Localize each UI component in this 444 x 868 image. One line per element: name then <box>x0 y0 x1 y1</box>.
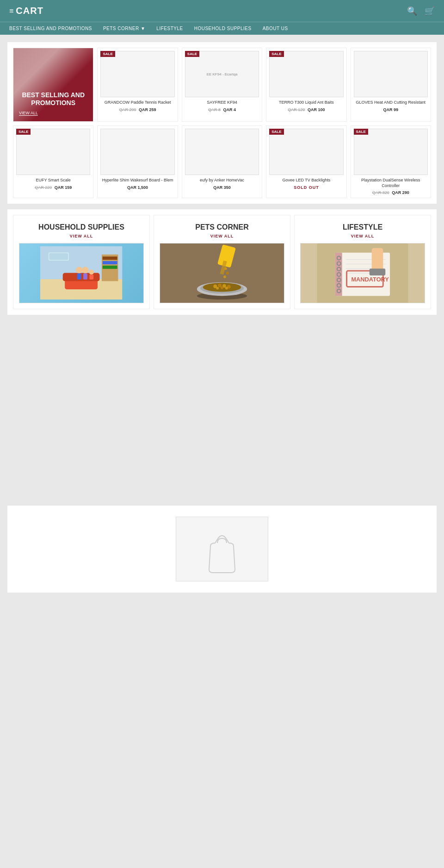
svg-point-32 <box>226 272 229 275</box>
product-prices: QAR 320 QAR 290 <box>354 190 428 195</box>
category-pets: PETS CORNER VIEW ALL <box>154 215 290 309</box>
product-prices: QAR 8 QAR 4 <box>185 107 259 112</box>
original-price: QAR 8 <box>208 107 221 112</box>
svg-point-11 <box>76 267 82 273</box>
nav-about[interactable]: ABOUT US <box>263 26 288 31</box>
bottom-product-section <box>7 506 437 593</box>
product-govee[interactable]: SALE Govee LED TV Backlights SOLD OUT <box>266 125 346 198</box>
sale-badge: SALE <box>269 51 284 57</box>
svg-rect-12 <box>77 273 81 279</box>
bag-svg <box>204 530 240 576</box>
sale-price: QAR 4 <box>223 107 236 112</box>
category-grid: HOUSEHOLD SUPPLIES VIEW ALL <box>13 215 431 309</box>
svg-point-15 <box>89 269 94 275</box>
original-price: QAR 220 <box>35 185 52 190</box>
sale-badge: SALE <box>16 129 31 135</box>
svg-point-33 <box>223 275 226 278</box>
product-prices: QAR 1,500 <box>100 185 174 190</box>
svg-rect-50 <box>372 248 383 270</box>
product-prices: QAR 220 QAR 159 <box>16 185 90 190</box>
sale-price: QAR 100 <box>308 107 325 112</box>
products-grid-row2: SALE EUFY Smart Scale QAR 220 QAR 159 Hy… <box>13 125 431 198</box>
product-name: SAYFREE KF94 <box>185 100 259 106</box>
product-terro[interactable]: SALE TERRO T300 Liquid Ant Baits QAR 120… <box>266 48 346 122</box>
svg-rect-9 <box>103 261 117 264</box>
lifestyle-view-all[interactable]: VIEW ALL <box>300 234 425 238</box>
hero-banner[interactable]: BEST SELLING AND PROMOTIONS VIEW ALL <box>13 48 93 122</box>
product-name: Playstation DualSense Wireless Controlle… <box>354 178 428 188</box>
logo[interactable]: ≡ CART <box>9 6 43 16</box>
household-image[interactable] <box>19 243 144 303</box>
lifestyle-svg: MANDATORY <box>301 244 425 303</box>
product-image <box>185 129 259 175</box>
bottom-product-image <box>176 517 268 581</box>
header-actions: 🔍 🛒 <box>407 6 435 16</box>
category-section: HOUSEHOLD SUPPLIES VIEW ALL <box>7 209 437 314</box>
cart-icon[interactable]: 🛒 <box>425 6 435 16</box>
product-eufy-scale[interactable]: SALE EUFY Smart Scale QAR 220 QAR 159 <box>13 125 93 198</box>
svg-point-26 <box>216 287 219 289</box>
product-image <box>16 129 90 175</box>
product-dualsense[interactable]: SALE Playstation DualSense Wireless Cont… <box>351 125 431 198</box>
product-image <box>269 51 343 97</box>
product-image <box>354 129 428 175</box>
original-price: QAR 320 <box>372 190 389 195</box>
product-sayfree[interactable]: SALE EE KF94 - Ecartqa SAYFREE KF94 QAR … <box>182 48 262 122</box>
category-title: LIFESTYLE <box>300 223 425 231</box>
search-icon[interactable]: 🔍 <box>407 6 417 16</box>
nav-best-selling[interactable]: BEST SELLING AND PROMOTIONS <box>9 26 92 31</box>
product-prices: QAR 99 <box>354 107 428 112</box>
product-name: GRANDCOW Paddle Tennis Racket <box>100 100 174 106</box>
logo-text: CART <box>16 6 43 16</box>
sale-badge: SALE <box>269 129 284 135</box>
product-gloves[interactable]: GLOVES Heat AND Cutting Resistant QAR 99 <box>351 48 431 122</box>
products-grid-row1: BEST SELLING AND PROMOTIONS VIEW ALL SAL… <box>13 48 431 122</box>
product-name: EUFY Smart Scale <box>16 178 90 183</box>
product-badge-text: EE KF94 - Ecartqa <box>207 72 238 76</box>
svg-rect-8 <box>103 256 117 260</box>
menu-icon: ≡ <box>9 7 14 15</box>
svg-text:MANDATORY: MANDATORY <box>351 275 389 282</box>
product-homevac[interactable]: eufy by Anker HomeVac QAR 350 <box>182 125 262 198</box>
product-hyperlite[interactable]: Hyperlite Shim Wakesurf Board - Blem QAR… <box>97 125 178 198</box>
category-title: HOUSEHOLD SUPPLIES <box>19 223 144 231</box>
product-name: GLOVES Heat AND Cutting Resistant <box>354 100 428 106</box>
svg-point-28 <box>225 287 228 289</box>
empty-area <box>7 320 437 506</box>
nav-lifestyle[interactable]: LIFESTYLE <box>156 26 183 31</box>
nav-pets-corner[interactable]: PETS CORNER ▼ <box>103 26 145 31</box>
pets-view-all[interactable]: VIEW ALL <box>160 234 284 238</box>
svg-rect-16 <box>90 275 94 280</box>
main-content: BEST SELLING AND PROMOTIONS VIEW ALL SAL… <box>0 35 444 606</box>
household-view-all[interactable]: VIEW ALL <box>19 234 144 238</box>
category-lifestyle: LIFESTYLE VIEW ALL <box>294 215 431 309</box>
svg-point-27 <box>221 286 223 289</box>
price: QAR 99 <box>383 107 399 112</box>
svg-rect-51 <box>370 269 385 275</box>
svg-rect-10 <box>103 266 117 269</box>
svg-rect-6 <box>49 253 68 260</box>
svg-point-31 <box>224 267 227 270</box>
price: QAR 1,500 <box>127 185 148 190</box>
sale-badge: SALE <box>354 129 368 135</box>
original-price: QAR 299 <box>119 107 136 112</box>
product-image <box>354 51 428 97</box>
product-image <box>269 129 343 175</box>
pets-image[interactable] <box>160 243 284 303</box>
category-household: HOUSEHOLD SUPPLIES VIEW ALL <box>13 215 150 309</box>
sale-price: QAR 159 <box>55 185 72 190</box>
lifestyle-image[interactable]: MANDATORY <box>300 243 425 303</box>
category-title: PETS CORNER <box>160 223 284 231</box>
svg-point-23 <box>218 283 222 287</box>
hero-view-all[interactable]: VIEW ALL <box>19 111 38 116</box>
product-image: EE KF94 - Ecartqa <box>185 51 259 97</box>
product-image <box>100 51 174 97</box>
product-prices: QAR 120 QAR 100 <box>269 107 343 112</box>
product-grandcow[interactable]: SALE GRANDCOW Paddle Tennis Racket QAR 2… <box>97 48 178 122</box>
product-name: eufy by Anker HomeVac <box>185 178 259 183</box>
product-image <box>100 129 174 175</box>
sold-out-label: SOLD OUT <box>294 185 319 190</box>
original-price: QAR 120 <box>288 107 305 112</box>
nav-household[interactable]: HOUSEHOLD SUPPLIES <box>194 26 252 31</box>
sale-badge: SALE <box>185 51 199 57</box>
